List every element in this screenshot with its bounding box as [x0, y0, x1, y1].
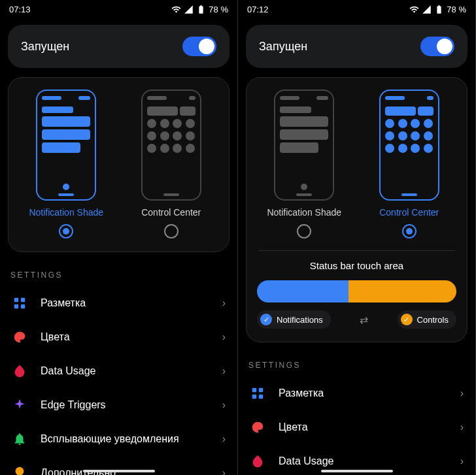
palette-icon	[250, 419, 265, 435]
item-label: Data Usage	[279, 455, 447, 467]
check-icon: ✓	[260, 314, 272, 325]
chevron-right-icon: ›	[222, 297, 226, 309]
wifi-icon	[409, 5, 419, 14]
svg-rect-1	[21, 298, 25, 302]
check-icon: ✓	[401, 314, 413, 325]
running-toggle[interactable]	[420, 37, 454, 56]
svg-rect-3	[21, 304, 25, 308]
style-option-control-center[interactable]: Control Center	[360, 90, 460, 238]
phone-mock-control	[379, 90, 439, 201]
chevron-right-icon: ›	[460, 455, 464, 467]
style-option-notification-shade[interactable]: Notification Shade	[16, 90, 116, 238]
settings-item-data-usage[interactable]: Data Usage ›	[8, 354, 230, 388]
screen-left: 07:13 78 % Запущен	[0, 0, 238, 475]
svg-rect-5	[259, 388, 263, 392]
sparkle-icon	[12, 397, 27, 413]
signal-icon	[422, 5, 432, 14]
chevron-right-icon: ›	[460, 421, 464, 433]
style-selector-card: Notification Shade Control Ce	[246, 77, 468, 342]
drop-icon	[250, 453, 265, 469]
settings-item-colors[interactable]: Цвета ›	[246, 410, 468, 444]
style-label-control: Control Center	[122, 207, 222, 218]
svg-rect-7	[259, 395, 263, 399]
nav-handle[interactable]	[321, 470, 393, 472]
svg-rect-2	[14, 304, 18, 308]
chevron-right-icon: ›	[222, 467, 226, 475]
divider	[258, 250, 455, 251]
palette-icon	[12, 329, 27, 345]
style-selector-card: Notification Shade Control Ce	[8, 77, 230, 252]
running-toggle[interactable]	[182, 37, 216, 56]
touch-area-left	[257, 280, 348, 303]
settings-header: SETTINGS	[10, 270, 227, 280]
item-label: Цвета	[41, 331, 209, 343]
clock: 07:13	[9, 5, 31, 14]
item-label: Разметка	[279, 387, 447, 399]
settings-item-edge-triggers[interactable]: Edge Triggers ›	[8, 388, 230, 422]
radio-control[interactable]	[164, 224, 178, 238]
phone-mock-shade	[36, 90, 96, 201]
bell-icon	[12, 431, 27, 447]
settings-header: SETTINGS	[248, 361, 465, 370]
battery-percent: 78 %	[447, 5, 466, 14]
chip-controls[interactable]: ✓ Controls	[398, 310, 456, 329]
drop-icon	[12, 363, 27, 379]
style-label-shade: Notification Shade	[16, 207, 116, 218]
settings-item-layout[interactable]: Разметка ›	[246, 376, 468, 410]
status-bar: 07:13 78 %	[0, 0, 237, 18]
style-label-control: Control Center	[360, 207, 460, 218]
settings-item-popup-notifications[interactable]: Всплывающие уведомления ›	[8, 422, 230, 456]
settings-item-layout[interactable]: Разметка ›	[8, 286, 230, 320]
item-label: Разметка	[41, 297, 209, 309]
radio-shade[interactable]	[297, 224, 311, 238]
item-label: Всплывающие уведомления	[41, 433, 209, 445]
battery-percent: 78 %	[209, 5, 228, 14]
chip-notifications[interactable]: ✓ Notifications	[257, 310, 331, 329]
running-card: Запущен	[8, 25, 230, 68]
touch-area-title: Status bar touch area	[254, 260, 459, 271]
running-card: Запущен	[246, 25, 468, 68]
chevron-right-icon: ›	[222, 399, 226, 411]
battery-icon	[196, 5, 206, 14]
nav-handle[interactable]	[83, 470, 155, 472]
screen-right: 07:12 78 % Запущен	[238, 0, 476, 475]
swap-icon[interactable]: ⇄	[360, 314, 368, 326]
grid-icon	[250, 385, 265, 401]
grid-icon	[12, 295, 27, 311]
chevron-right-icon: ›	[222, 433, 226, 445]
status-bar: 07:12 78 %	[238, 0, 475, 18]
phone-mock-shade	[274, 90, 334, 201]
style-option-notification-shade[interactable]: Notification Shade	[254, 90, 354, 238]
svg-rect-0	[14, 298, 18, 302]
battery-icon	[434, 5, 444, 14]
signal-icon	[184, 5, 194, 14]
chip-label: Controls	[417, 315, 449, 325]
phone-mock-control	[141, 90, 201, 201]
clock: 07:12	[247, 5, 269, 14]
chevron-right-icon: ›	[222, 331, 226, 343]
running-label: Запущен	[21, 40, 69, 54]
svg-rect-6	[252, 395, 256, 399]
svg-rect-4	[252, 388, 256, 392]
wifi-icon	[171, 5, 181, 14]
item-label: Цвета	[279, 421, 447, 433]
chevron-right-icon: ›	[460, 387, 464, 399]
radio-control[interactable]	[402, 224, 416, 238]
settings-item-colors[interactable]: Цвета ›	[8, 320, 230, 354]
radio-shade[interactable]	[59, 224, 73, 238]
style-label-shade: Notification Shade	[254, 207, 354, 218]
chevron-right-icon: ›	[222, 365, 226, 377]
touch-area-slider[interactable]	[257, 280, 456, 303]
chip-label: Notifications	[277, 315, 323, 325]
item-label: Data Usage	[41, 365, 209, 377]
style-option-control-center[interactable]: Control Center	[122, 90, 222, 238]
running-label: Запущен	[259, 40, 307, 54]
item-label: Edge Triggers	[41, 399, 209, 411]
bulb-icon	[12, 465, 27, 475]
touch-area-right	[348, 280, 456, 303]
